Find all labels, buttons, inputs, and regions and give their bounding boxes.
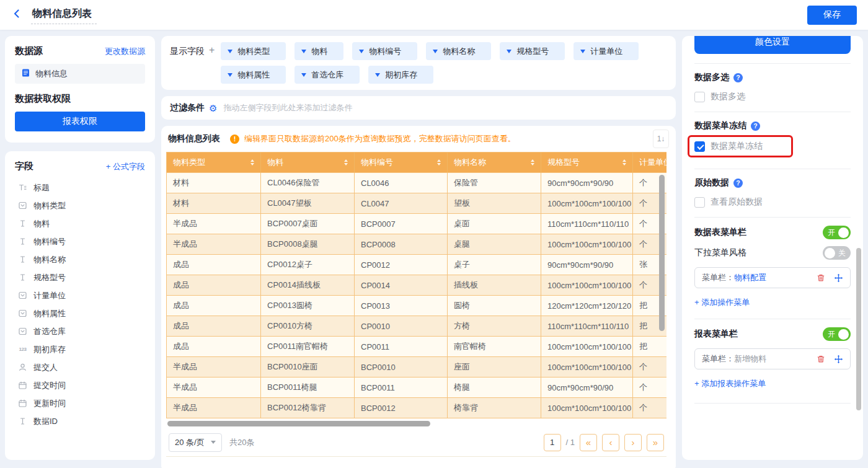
- menu-item-material-config[interactable]: 菜单栏： 物料配置: [694, 267, 851, 288]
- add-action-menu-link[interactable]: + 添加操作菜单: [694, 297, 851, 308]
- table-cell: 90cm*90cm*90/90: [541, 377, 633, 398]
- panel-scrollbar[interactable]: [856, 248, 861, 410]
- raw-data-checkbox[interactable]: [694, 197, 705, 208]
- display-field-chip[interactable]: 物料类型: [221, 42, 286, 60]
- help-icon[interactable]: ?: [733, 73, 743, 82]
- gear-icon[interactable]: ⚙: [209, 104, 217, 113]
- page-size-select[interactable]: 20 条/页: [169, 433, 222, 452]
- page-number-input[interactable]: 1: [544, 434, 561, 451]
- move-icon[interactable]: [834, 355, 843, 364]
- field-item[interactable]: 提交时间: [15, 376, 145, 394]
- sort-arrows-icon[interactable]: [622, 159, 626, 166]
- table-cell: CP0010方椅: [261, 316, 355, 337]
- field-item[interactable]: 首选仓库: [15, 322, 145, 340]
- first-page-icon[interactable]: «: [580, 434, 597, 451]
- table-cell: 座面: [448, 357, 541, 377]
- column-header[interactable]: 物料编号: [355, 152, 448, 173]
- sort-asc-icon: [437, 159, 441, 162]
- raw-data-title: 原始数据: [694, 177, 729, 188]
- sort-arrows-icon[interactable]: [531, 159, 534, 166]
- menu-item-new-material[interactable]: 菜单栏： 新增物料: [694, 348, 851, 369]
- report-menu-toggle[interactable]: 开: [823, 327, 851, 341]
- change-datasource-link[interactable]: 更改数据源: [105, 46, 145, 57]
- add-formula-field-link[interactable]: + 公式字段: [106, 161, 145, 172]
- display-field-chip[interactable]: 期初库存: [368, 66, 433, 84]
- field-item[interactable]: 数据ID: [15, 412, 145, 430]
- sort-order-icon[interactable]: 1↓: [653, 130, 669, 148]
- sort-desc-icon: [250, 163, 254, 166]
- chip-label: 物料: [311, 46, 327, 57]
- trash-icon[interactable]: [817, 355, 825, 363]
- field-item[interactable]: 提交人: [15, 358, 145, 376]
- add-report-action-menu-link[interactable]: + 添加报表操作菜单: [694, 378, 851, 389]
- next-page-icon[interactable]: ›: [624, 434, 642, 451]
- display-field-chip[interactable]: 物料名称: [426, 42, 491, 60]
- prev-page-icon[interactable]: ‹: [602, 434, 619, 451]
- save-button[interactable]: 保存: [807, 6, 857, 25]
- left-sidebar: 数据源 更改数据源 物料信息 数据获取权限 报表权限 字段 + 公式字段 标题物…: [5, 36, 155, 460]
- field-item[interactable]: 物料: [15, 214, 145, 232]
- help-icon[interactable]: ?: [733, 179, 743, 188]
- add-display-field-button[interactable]: +: [209, 45, 215, 56]
- report-menu-title: 报表菜单栏: [694, 329, 738, 340]
- table-cell: BCP0008: [355, 234, 448, 255]
- table-cell: 100cm*100cm*100/100: [541, 275, 633, 296]
- help-icon[interactable]: ?: [751, 121, 760, 131]
- move-icon[interactable]: [834, 273, 843, 283]
- back-button[interactable]: [11, 8, 22, 22]
- last-page-icon[interactable]: »: [647, 434, 664, 451]
- multi-select-checkbox[interactable]: [694, 92, 705, 102]
- trash-icon[interactable]: [817, 273, 825, 282]
- column-header[interactable]: 规格型号: [541, 152, 633, 173]
- display-field-chip[interactable]: 首选仓库: [294, 66, 360, 84]
- main-panel: 显示字段 + 物料类型物料物料编号物料名称规格型号计量单位物料属性首选仓库期初库…: [161, 36, 676, 468]
- display-field-chip[interactable]: 规格型号: [500, 42, 565, 60]
- display-field-chip[interactable]: 计量单位: [574, 42, 639, 60]
- table-horizontal-scrollbar[interactable]: [167, 421, 430, 426]
- sort-arrows-icon[interactable]: [437, 159, 441, 166]
- dropdown-style-toggle[interactable]: 关: [823, 246, 851, 260]
- display-field-chip[interactable]: 物料编号: [352, 42, 417, 60]
- divider: [694, 403, 851, 404]
- sort-arrows-icon[interactable]: [250, 159, 254, 166]
- table-cell: 半成品: [167, 234, 261, 255]
- menu-freeze-checkbox[interactable]: [694, 141, 705, 152]
- menu-item-prefix: 菜单栏：: [702, 353, 734, 364]
- divider: [694, 112, 851, 112]
- column-header[interactable]: 物料: [261, 152, 355, 173]
- datasource-item[interactable]: 物料信息: [15, 64, 145, 84]
- chip-label: 物料编号: [369, 46, 401, 57]
- field-item[interactable]: 物料类型: [15, 196, 145, 214]
- menu-item-name[interactable]: 物料配置: [734, 272, 766, 283]
- table-vertical-scrollbar[interactable]: [659, 175, 665, 331]
- table-cell: BCP0010: [355, 357, 448, 377]
- field-item[interactable]: 123期初库存: [15, 340, 145, 358]
- field-item[interactable]: 物料编号: [15, 232, 145, 250]
- field-item[interactable]: 物料名称: [15, 250, 145, 268]
- column-header[interactable]: 物料名称: [448, 152, 541, 173]
- report-permission-button[interactable]: 报表权限: [15, 112, 145, 131]
- calendar-icon: [17, 381, 28, 390]
- field-item[interactable]: 规格型号: [15, 268, 145, 286]
- number-icon: 123: [17, 347, 28, 352]
- display-field-chip[interactable]: 物料: [294, 42, 343, 60]
- column-header[interactable]: 物料类型: [167, 152, 261, 173]
- field-item[interactable]: 更新时间: [15, 394, 145, 412]
- data-table-menu-toggle[interactable]: 开: [823, 226, 851, 239]
- table-row: 成品CP0010方椅CP0010方椅110cm*110cm*110/110把: [167, 316, 666, 337]
- field-item[interactable]: 标题: [15, 179, 145, 196]
- caret-down-icon: [301, 50, 306, 53]
- sort-arrows-icon[interactable]: [344, 159, 348, 166]
- display-field-chip[interactable]: 物料属性: [221, 66, 286, 84]
- field-item[interactable]: 物料属性: [15, 304, 145, 322]
- column-header[interactable]: 计量单位: [633, 152, 666, 173]
- chip-label: 物料名称: [443, 46, 475, 57]
- color-settings-button[interactable]: 颜色设置: [694, 36, 851, 54]
- field-item[interactable]: 计量单位: [15, 286, 145, 304]
- page-nav-buttons: «‹›»: [580, 434, 664, 451]
- select-icon: [17, 291, 28, 300]
- back-chevron-icon: [11, 8, 22, 22]
- table-cell: CP0013圆椅: [261, 296, 355, 316]
- table-cell: 椅腿: [448, 377, 541, 398]
- filter-placeholder: 拖动左侧字段到此处来添加过滤条件: [223, 102, 352, 113]
